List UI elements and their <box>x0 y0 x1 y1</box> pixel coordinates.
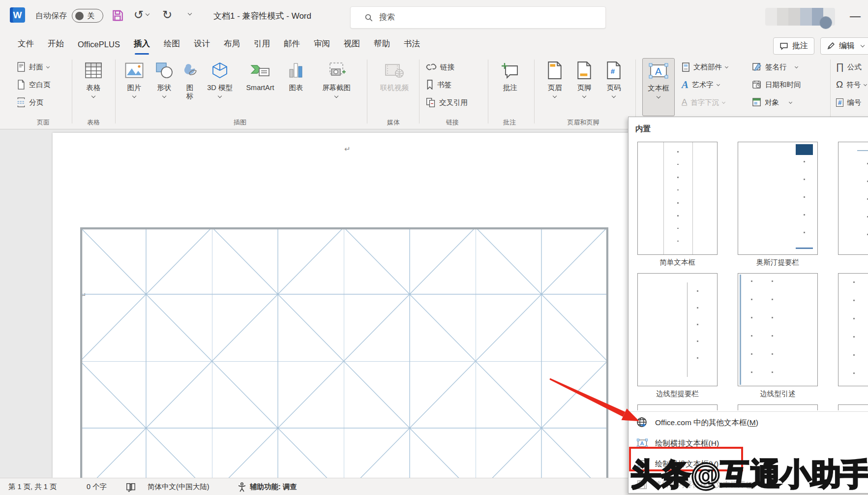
table-button[interactable]: 表格 <box>74 58 113 116</box>
chevron-down-icon <box>789 100 792 103</box>
gallery-item-label: 奥斯 <box>838 258 868 267</box>
save-button[interactable] <box>111 9 124 22</box>
quick-parts-button[interactable]: 文档部件 <box>682 59 728 75</box>
screenshot-button[interactable]: 屏幕截图 <box>311 58 362 116</box>
cover-page-label: 封面 <box>29 62 43 72</box>
cover-page-icon <box>17 62 26 72</box>
tab-help[interactable]: 帮助 <box>367 38 397 56</box>
language-status[interactable]: 简体中文(中国大陆) <box>148 482 210 492</box>
group-separator <box>367 60 367 124</box>
chart-button[interactable]: 图表 <box>283 58 309 116</box>
number-label: 编号 <box>847 98 861 107</box>
wordart-button[interactable]: A 艺术字 <box>682 76 719 93</box>
tab-draw[interactable]: 绘图 <box>157 38 187 56</box>
title-bar: W 自动保存 关 ↺ ↻ 文档1 - 兼容性模式 - Word <box>0 0 868 31</box>
picture-button[interactable]: 图片 <box>120 58 149 116</box>
cover-page-button[interactable]: 封面 <box>17 59 49 75</box>
word-count[interactable]: 0 个字 <box>87 482 107 492</box>
equation-button[interactable]: ∏ 公式 <box>836 59 862 75</box>
gallery-item-braces-sidebar[interactable] <box>637 273 718 386</box>
menu-item-more-textboxes-office-com[interactable]: Office.com 中的其他文本框(M) <box>629 412 868 433</box>
smartart-icon <box>250 62 270 78</box>
picture-icon <box>125 62 144 78</box>
online-video-label: 联机视频 <box>380 84 409 92</box>
tab-file[interactable]: 文件 <box>11 38 41 56</box>
page-number-icon: # <box>606 62 621 79</box>
symbol-button[interactable]: Ω 符号 <box>836 76 867 93</box>
tab-review[interactable]: 审阅 <box>307 38 337 56</box>
customize-quick-access-button[interactable] <box>186 14 191 15</box>
number-button[interactable]: # 编号 <box>836 94 861 111</box>
redo-button[interactable]: ↻ <box>162 9 172 21</box>
text-box-dropdown: 内置 简单文本框 奥斯汀提要栏 奥斯 边线型提要栏 <box>628 117 868 494</box>
group-separator <box>635 60 636 124</box>
footer-button[interactable]: 页脚 <box>570 58 598 116</box>
picture-label: 图片 <box>127 84 142 92</box>
shapes-button[interactable]: 形状 <box>150 58 178 116</box>
icons-label: 图标 <box>184 84 195 100</box>
gallery-item-austin-sidebar[interactable] <box>738 142 818 255</box>
page-number-button[interactable]: # 页码 <box>600 58 628 116</box>
autosave-state: 关 <box>87 11 94 21</box>
group-separator <box>72 60 72 124</box>
accessibility-status[interactable]: 辅助功能: 调查 <box>250 482 297 492</box>
duck-icon <box>181 62 198 79</box>
search-input[interactable]: 搜索 <box>350 6 606 29</box>
gallery-item-filigree-partial[interactable] <box>838 273 868 386</box>
icons-button[interactable]: 图标 <box>179 58 201 116</box>
tab-layout[interactable]: 布局 <box>217 38 247 56</box>
tab-view[interactable]: 视图 <box>337 38 367 56</box>
word-logo-icon: W <box>10 7 25 23</box>
tab-references[interactable]: 引用 <box>247 38 277 56</box>
proofing-book-icon[interactable] <box>126 482 136 492</box>
header-button[interactable]: 页眉 <box>541 58 569 116</box>
gallery-item-label: 简单文本框 <box>637 258 718 267</box>
chart-icon <box>289 62 303 78</box>
chevron-down-icon <box>334 94 338 98</box>
date-time-button[interactable]: 日期和时间 <box>752 76 801 93</box>
chart-label: 图表 <box>289 84 303 92</box>
comments-button[interactable]: 批注 <box>773 37 814 55</box>
signature-line-label: 签名行 <box>765 62 787 72</box>
signature-line-button[interactable]: 签名行 <box>752 59 798 75</box>
globe-icon <box>636 417 648 429</box>
date-time-icon <box>752 80 762 90</box>
gallery-item-austin-partial[interactable] <box>838 142 868 255</box>
online-video-button: 联机视频 <box>372 58 417 116</box>
link-button[interactable]: 链接 <box>426 59 454 75</box>
tab-insert[interactable]: 插入 <box>127 38 157 56</box>
autosave-toggle[interactable]: 关 <box>72 9 103 23</box>
tab-home[interactable]: 开始 <box>41 38 71 56</box>
accessibility-icon[interactable] <box>237 482 247 492</box>
bookmark-button[interactable]: 书签 <box>426 76 451 93</box>
cross-reference-button[interactable]: 交叉引用 <box>426 94 468 111</box>
new-comment-button[interactable]: 批注 <box>493 58 527 116</box>
date-time-label: 日期和时间 <box>765 80 801 90</box>
tab-calligraphy[interactable]: 书法 <box>397 38 427 56</box>
editing-mode-button[interactable]: 编辑 <box>820 37 868 55</box>
page-info[interactable]: 第 1 页, 共 1 页 <box>8 482 57 492</box>
avatar[interactable] <box>819 16 832 29</box>
smartart-button[interactable]: SmartArt <box>239 58 281 116</box>
minimize-button[interactable]: — <box>850 10 861 23</box>
undo-button[interactable]: ↺ <box>134 9 149 21</box>
tab-mailings[interactable]: 邮件 <box>277 38 307 56</box>
group-label-table: 表格 <box>87 118 100 127</box>
3d-models-button[interactable]: 3D 模型 <box>203 58 237 116</box>
calligraphy-grid-table[interactable] <box>80 227 608 495</box>
blank-page-label: 空白页 <box>29 80 51 90</box>
group-label-illustrations: 插图 <box>234 118 246 127</box>
gallery-item-simple-text-box[interactable] <box>637 142 718 255</box>
tab-officeplus[interactable]: OfficePLUS <box>71 40 127 56</box>
bookmark-icon <box>426 80 434 90</box>
quick-parts-label: 文档部件 <box>693 62 722 72</box>
page-break-button[interactable]: 分页 <box>17 94 43 111</box>
gallery-item-braces-quote[interactable] <box>738 273 818 386</box>
text-box-button[interactable]: A 文本框 <box>642 58 675 116</box>
object-button[interactable]: 对象 <box>752 94 792 111</box>
dropdown-section-header: 内置 <box>635 124 651 134</box>
link-icon <box>426 62 437 71</box>
signature-line-icon <box>752 62 762 72</box>
blank-page-button[interactable]: 空白页 <box>17 76 51 93</box>
tab-design[interactable]: 设计 <box>187 38 217 56</box>
